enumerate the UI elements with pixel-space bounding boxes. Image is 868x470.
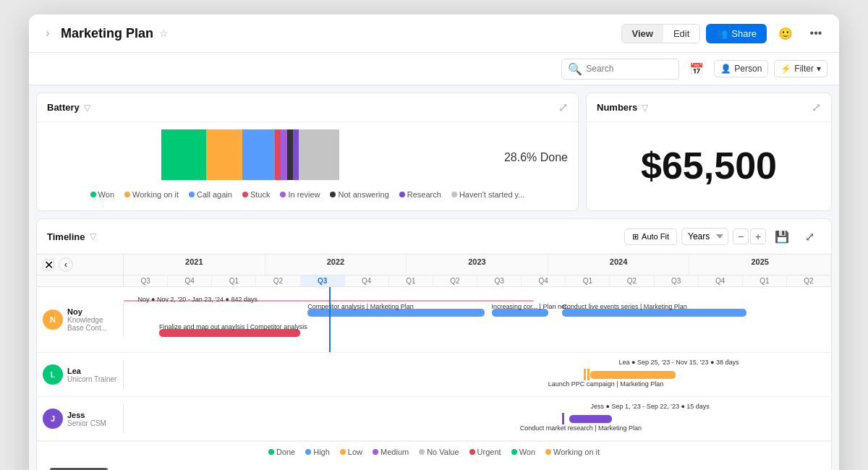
autofit-button[interactable]: ⊞ Auto Fit bbox=[624, 228, 677, 245]
timeline-quarter: Q3 bbox=[477, 275, 522, 286]
view-tab[interactable]: View bbox=[622, 25, 663, 43]
gantt-label: Conduct live events series | Marketing P… bbox=[562, 303, 686, 310]
search-input[interactable] bbox=[586, 64, 673, 74]
battery-segment bbox=[299, 129, 339, 180]
timeline-save-icon[interactable]: 💾 bbox=[770, 225, 793, 248]
edit-tab[interactable]: Edit bbox=[663, 25, 699, 43]
battery-legend-item: Stuck bbox=[242, 190, 271, 199]
quarter-header-row: Q3Q4Q1Q2Q3Q4Q1Q2Q3Q4Q1Q2Q3Q4Q1Q2 bbox=[37, 275, 831, 287]
person-name: Lea bbox=[67, 367, 116, 375]
battery-legend-item: Not answering bbox=[330, 190, 388, 199]
timeline-header: Timeline ▽ ⊞ Auto Fit Years − + 💾 ⤢ bbox=[37, 219, 831, 255]
numbers-filter-icon[interactable]: ▽ bbox=[642, 103, 648, 113]
legend-label: Haven't started y... bbox=[459, 190, 525, 199]
battery-expand-icon[interactable]: ⤢ bbox=[558, 101, 568, 114]
range-label: Noy ● Nov 2, '20 - Jan 23, '24 ● 842 day… bbox=[138, 296, 258, 303]
toolbar: 🔍 📅 👤 Person ⚡ Filter ▾ bbox=[29, 53, 839, 85]
battery-panel-header: Battery ▽ ⤢ bbox=[37, 93, 578, 122]
legend-dot bbox=[90, 192, 96, 197]
legend-label: Urgent bbox=[477, 448, 501, 456]
timeline-expand-icon[interactable]: ⤢ bbox=[798, 225, 821, 248]
legend-dot bbox=[124, 192, 130, 197]
calendar-icon[interactable]: 📅 bbox=[685, 57, 708, 80]
battery-chart-wrap: 28.6% Done bbox=[47, 129, 568, 186]
table-row: J Jess Senior CSM Jess ● Sep 1, '23 - Se… bbox=[37, 397, 831, 441]
timeline-year: 2021 bbox=[124, 255, 265, 275]
gantt-label: Increasing cor... | Plan net... bbox=[492, 303, 572, 310]
battery-filter-icon[interactable]: ▽ bbox=[84, 103, 90, 113]
timeline-year: 2023 bbox=[407, 255, 548, 275]
years-select[interactable]: Years bbox=[681, 228, 728, 245]
more-options-icon[interactable]: ••• bbox=[804, 22, 827, 45]
person-bars: Jess ● Sep 1, '23 - Sep 22, '23 ● 15 day… bbox=[124, 397, 831, 440]
zoom-out-button[interactable]: − bbox=[733, 228, 749, 244]
person-icon: 👤 bbox=[720, 64, 731, 74]
person-details: Noy Knowledge Base Cont... bbox=[67, 307, 117, 332]
collapse-icon[interactable]: ✕ bbox=[43, 259, 54, 270]
legend-label: Research bbox=[407, 190, 441, 199]
zoom-in-button[interactable]: + bbox=[750, 228, 766, 244]
name-col-spacer: ✕ ‹ bbox=[37, 255, 124, 275]
main-content: Battery ▽ ⤢ 28.6% Done WonWorking on itC… bbox=[29, 85, 839, 470]
back-icon[interactable]: › bbox=[41, 26, 55, 40]
battery-legend-item: In review bbox=[280, 190, 320, 199]
gantt-label: Finalize and map out anaylsis | Competit… bbox=[159, 323, 307, 330]
numbers-body: $65,500 bbox=[587, 122, 831, 209]
timeline-quarter: Q1 bbox=[212, 275, 256, 286]
legend-dot bbox=[373, 449, 378, 455]
legend-dot bbox=[469, 449, 475, 455]
person-role: Senior CSM bbox=[67, 419, 106, 427]
person-bars: Noy ● Nov 2, '20 - Jan 23, '24 ● 842 day… bbox=[124, 287, 831, 352]
quarter-name-spacer bbox=[37, 275, 124, 286]
share-button[interactable]: 👥 Share bbox=[706, 24, 767, 43]
legend-dot bbox=[268, 449, 274, 455]
year-header-row: ✕ ‹ 20212022202320242025 bbox=[37, 255, 831, 275]
timeline-quarter: Q2 bbox=[433, 275, 477, 286]
filter-button[interactable]: ⚡ Filter ▾ bbox=[774, 60, 827, 77]
filter-icon: ⚡ bbox=[780, 64, 791, 74]
person-filter[interactable]: 👤 Person bbox=[714, 60, 768, 77]
person-info: N Noy Knowledge Base Cont... bbox=[37, 303, 124, 336]
person-details: Lea Unicorn Trainer bbox=[67, 367, 116, 383]
battery-title: Battery bbox=[47, 102, 80, 113]
timeline-year: 2022 bbox=[265, 255, 407, 275]
timeline-filter-icon[interactable]: ▽ bbox=[90, 231, 96, 242]
quarters-row: Q3Q4Q1Q2Q3Q4Q1Q2Q3Q4Q1Q2Q3Q4Q1Q2 bbox=[124, 275, 831, 286]
battery-legend-item: Working on it bbox=[124, 190, 179, 199]
numbers-expand-icon[interactable]: ⤢ bbox=[812, 101, 821, 114]
timeline-quarter: Q4 bbox=[522, 275, 566, 286]
timeline-legend: DoneHighLowMediumNo ValueUrgentWonWorkin… bbox=[37, 441, 831, 462]
gantt-bar bbox=[590, 371, 675, 379]
legend-label: Low bbox=[348, 448, 362, 456]
avatar: J bbox=[43, 409, 63, 429]
search-icon: 🔍 bbox=[568, 62, 582, 76]
person-details: Jess Senior CSM bbox=[67, 411, 106, 427]
legend-dot bbox=[340, 449, 346, 455]
gantt-label: Conduct market research | Marketing Plan bbox=[520, 424, 642, 432]
timeline-quarter: Q3 bbox=[301, 275, 345, 286]
person-name: Noy bbox=[67, 307, 117, 316]
timeline-legend-item: Medium bbox=[373, 448, 409, 456]
title-bar-left: › Marketing Plan ☆ bbox=[41, 26, 616, 41]
timeline-legend-item: Low bbox=[340, 448, 362, 456]
avatar-icon[interactable]: 🙂 bbox=[774, 22, 797, 45]
battery-legend: WonWorking on itCall againStuckIn review… bbox=[47, 186, 568, 203]
legend-dot bbox=[242, 192, 248, 197]
scroll-area[interactable] bbox=[37, 462, 831, 470]
timeline-year: 2024 bbox=[548, 255, 690, 275]
timeline-year: 2025 bbox=[689, 255, 831, 275]
avatar: L bbox=[43, 364, 63, 385]
avatar: N bbox=[43, 309, 63, 330]
battery-segment bbox=[206, 129, 242, 180]
autofit-icon: ⊞ bbox=[632, 232, 639, 242]
table-row: L Lea Unicorn Trainer Lea ● Sep 25, '23 … bbox=[37, 353, 831, 397]
timeline-legend-item: Working on it bbox=[545, 448, 600, 456]
numbers-title: Numbers bbox=[597, 102, 637, 113]
nav-left-icon[interactable]: ‹ bbox=[59, 257, 73, 272]
timeline-persons: N Noy Knowledge Base Cont... Noy ● Nov 2… bbox=[37, 287, 831, 441]
table-row: N Noy Knowledge Base Cont... Noy ● Nov 2… bbox=[37, 287, 831, 353]
timeline-body: ✕ ‹ 20212022202320242025 Q3Q4Q1Q2Q3Q4Q1Q… bbox=[37, 255, 831, 470]
battery-panel: Battery ▽ ⤢ 28.6% Done WonWorking on itC… bbox=[36, 93, 579, 211]
battery-segment bbox=[161, 129, 206, 180]
star-icon[interactable]: ☆ bbox=[159, 27, 169, 39]
